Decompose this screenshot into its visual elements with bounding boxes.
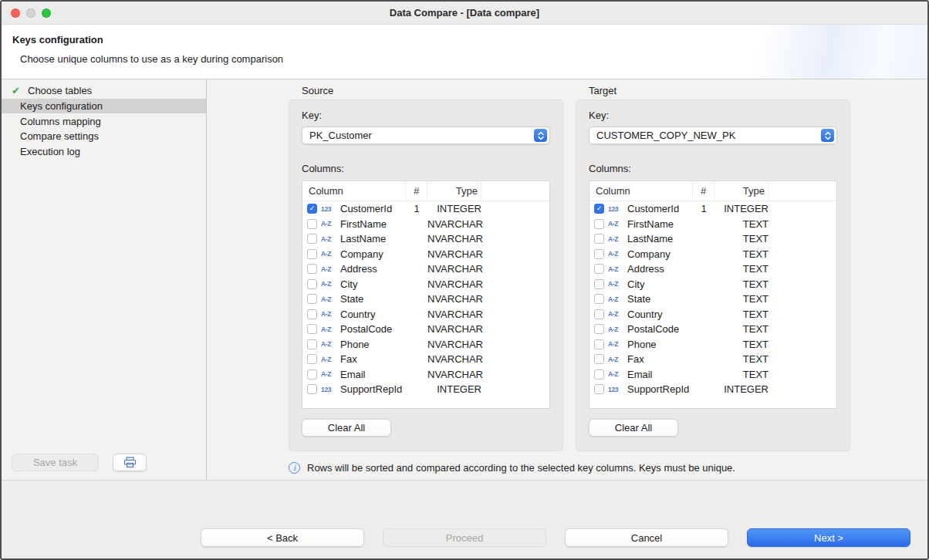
- info-text: Rows will be sorted and compared accordi…: [307, 462, 735, 474]
- column-name-cell: A-ZEmail: [589, 369, 693, 380]
- row-checkbox[interactable]: [307, 234, 317, 244]
- close-button[interactable]: [11, 8, 20, 18]
- row-checkbox[interactable]: [307, 339, 317, 349]
- row-checkbox[interactable]: [307, 309, 317, 319]
- save-task-file-button[interactable]: [113, 454, 147, 471]
- table-row[interactable]: A-ZFirstNameNVARCHAR: [302, 217, 549, 232]
- table-row[interactable]: A-ZPhoneTEXT: [589, 337, 836, 353]
- table-row[interactable]: A-ZAddressTEXT: [589, 261, 836, 277]
- source-key-select[interactable]: PK_Customer: [302, 127, 550, 144]
- column-type: NVARCHAR: [427, 278, 481, 290]
- page-subtitle: Choose unique columns to use as a key du…: [20, 53, 917, 65]
- column-name: CustomerId: [340, 203, 392, 214]
- column-type: NVARCHAR: [427, 369, 481, 380]
- minimize-button[interactable]: [26, 8, 35, 18]
- row-checkbox[interactable]: [307, 294, 317, 304]
- table-row[interactable]: A-ZCompanyTEXT: [589, 247, 836, 262]
- row-checkbox[interactable]: [594, 294, 604, 304]
- table-row[interactable]: A-ZFirstNameTEXT: [589, 217, 836, 232]
- table-row[interactable]: A-ZCompanyNVARCHAR: [302, 247, 549, 262]
- table-row[interactable]: A-ZCountryNVARCHAR: [302, 307, 549, 322]
- table-row[interactable]: A-ZLastNameNVARCHAR: [302, 231, 549, 247]
- table-row[interactable]: A-ZFaxTEXT: [589, 352, 836, 367]
- column-name: PostalCode: [627, 323, 679, 335]
- page-title: Keys configuration: [12, 34, 917, 46]
- table-row[interactable]: A-ZEmailTEXT: [589, 367, 836, 383]
- table-row[interactable]: A-ZStateNVARCHAR: [302, 292, 549, 307]
- next-button[interactable]: Next >: [747, 528, 910, 547]
- sidebar-item-label: Compare settings: [20, 130, 99, 142]
- row-checkbox[interactable]: [307, 219, 317, 229]
- table-row[interactable]: A-ZStateTEXT: [589, 292, 836, 307]
- row-checkbox[interactable]: [594, 324, 604, 334]
- table-row[interactable]: 123SupportRepIdINTEGER: [302, 382, 549, 397]
- table-row[interactable]: A-ZLastNameTEXT: [589, 231, 836, 247]
- row-checkbox[interactable]: [594, 339, 604, 349]
- row-checkbox[interactable]: [307, 369, 317, 380]
- table-row[interactable]: A-ZPhoneNVARCHAR: [302, 337, 549, 353]
- row-checkbox[interactable]: [307, 249, 317, 259]
- row-checkbox[interactable]: [307, 279, 317, 289]
- zoom-button[interactable]: [42, 8, 51, 18]
- target-key-select[interactable]: CUSTOMER_COPY_NEW_PK: [589, 127, 837, 144]
- sidebar-item-keys-configuration[interactable]: Keys configuration: [2, 99, 206, 114]
- column-name: PostalCode: [340, 323, 392, 335]
- window-title: Data Compare - [Data compare]: [2, 7, 927, 19]
- source-section: Source Key: PK_Customer: [289, 85, 563, 451]
- row-checkbox[interactable]: [307, 324, 317, 334]
- string-type-icon: A-Z: [608, 356, 623, 363]
- back-button[interactable]: < Back: [201, 528, 364, 547]
- column-type: NVARCHAR: [427, 353, 481, 365]
- row-checkbox[interactable]: [594, 354, 604, 364]
- chevron-updown-icon: [821, 129, 834, 142]
- column-name: State: [627, 293, 650, 305]
- proceed-button[interactable]: Proceed: [383, 528, 546, 547]
- column-name-cell: ✓123CustomerId: [302, 203, 406, 214]
- table-row[interactable]: ✓123CustomerId1INTEGER: [589, 201, 836, 217]
- table-row[interactable]: 123SupportRepIdINTEGER: [589, 382, 836, 397]
- row-checkbox[interactable]: [594, 384, 604, 394]
- column-name-cell: A-ZCompany: [589, 248, 693, 260]
- table-row[interactable]: A-ZCityNVARCHAR: [302, 277, 549, 292]
- table-row[interactable]: A-ZPostalCodeNVARCHAR: [302, 322, 549, 337]
- string-type-icon: A-Z: [321, 370, 336, 378]
- table-row[interactable]: A-ZEmailNVARCHAR: [302, 367, 549, 383]
- keys-configuration-page: Source Key: PK_Customer: [207, 79, 927, 480]
- table-row[interactable]: A-ZCountryTEXT: [589, 307, 836, 322]
- table-row[interactable]: A-ZAddressNVARCHAR: [302, 261, 549, 277]
- check-icon: ✔: [12, 86, 24, 96]
- row-checkbox[interactable]: [594, 249, 604, 259]
- table-row[interactable]: A-ZFaxNVARCHAR: [302, 352, 549, 367]
- table-row[interactable]: A-ZPostalCodeTEXT: [589, 322, 836, 337]
- cancel-button[interactable]: Cancel: [565, 528, 728, 547]
- string-type-icon: A-Z: [321, 250, 336, 258]
- save-task-button[interactable]: Save task: [12, 454, 99, 471]
- sidebar-item-compare-settings[interactable]: Compare settings: [2, 129, 206, 144]
- column-name-cell: A-ZCompany: [302, 248, 406, 260]
- row-checkbox[interactable]: ✓: [307, 204, 317, 214]
- numeric-type-icon: 123: [608, 205, 623, 213]
- column-name-cell: A-ZPhone: [302, 339, 406, 350]
- table-row[interactable]: A-ZCityTEXT: [589, 277, 836, 292]
- column-name: CustomerId: [627, 203, 679, 214]
- row-checkbox[interactable]: [307, 264, 317, 274]
- sidebar-item-label: Execution log: [20, 146, 80, 157]
- clear-all-button[interactable]: Clear All: [302, 419, 391, 437]
- row-checkbox[interactable]: [594, 264, 604, 274]
- row-checkbox[interactable]: [594, 234, 604, 244]
- sidebar-item-execution-log[interactable]: Execution log: [2, 144, 206, 160]
- row-checkbox[interactable]: [594, 369, 604, 380]
- row-checkbox[interactable]: ✓: [594, 204, 604, 214]
- column-name-cell: A-ZCountry: [589, 309, 693, 320]
- row-checkbox[interactable]: [307, 354, 317, 364]
- row-checkbox[interactable]: [594, 309, 604, 319]
- column-name: SupportRepId: [340, 383, 402, 395]
- row-checkbox[interactable]: [307, 384, 317, 394]
- clear-all-button[interactable]: Clear All: [589, 419, 678, 437]
- row-checkbox[interactable]: [594, 219, 604, 229]
- sidebar-item-choose-tables[interactable]: ✔Choose tables: [2, 83, 206, 99]
- table-row[interactable]: ✓123CustomerId1INTEGER: [302, 201, 549, 217]
- column-name: Email: [627, 369, 653, 380]
- row-checkbox[interactable]: [594, 279, 604, 289]
- sidebar-item-columns-mapping[interactable]: Columns mapping: [2, 113, 206, 129]
